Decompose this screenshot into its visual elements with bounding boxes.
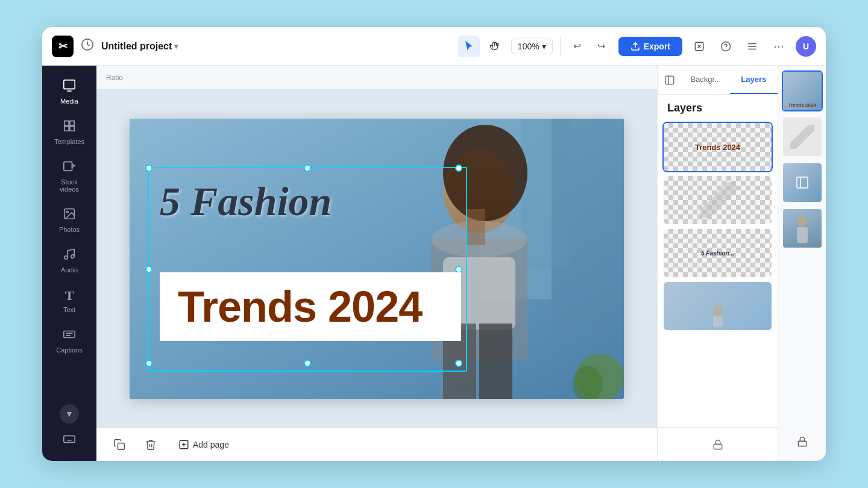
svg-rect-16 (64, 331, 75, 338)
sidebar-item-photos-label: Photos (59, 226, 80, 233)
thumb-item-1[interactable]: Trends 2024 (782, 70, 823, 111)
layers-panel: Backgr... Layers Layers Trends 2024 (657, 66, 778, 461)
layer-item-stripe[interactable] (662, 175, 773, 225)
svg-point-13 (66, 211, 68, 213)
svg-rect-9 (64, 127, 69, 131)
add-page-label: Add page (193, 440, 229, 449)
canvas-frame[interactable]: 5 Fashion Trends 2024 (130, 119, 624, 399)
export-button[interactable]: Export (618, 37, 682, 56)
svg-rect-19 (64, 436, 75, 442)
svg-point-14 (64, 256, 68, 260)
zoom-selector[interactable]: 100% ▾ (511, 39, 553, 54)
svg-rect-33 (467, 209, 485, 245)
layer-thumb-photo (664, 282, 772, 330)
templates-icon (63, 119, 76, 136)
canvas-container[interactable]: 5 Fashion Trends 2024 (96, 90, 657, 427)
layer-item-fashion-text[interactable]: 5 Fashion... (662, 228, 773, 278)
hand-tool[interactable] (485, 36, 506, 57)
sidebar-bottom: ▼ (46, 404, 92, 454)
delete-page-button[interactable] (140, 434, 162, 455)
captions-icon (63, 328, 76, 344)
thumb-inner-4 (783, 209, 822, 248)
svg-point-2 (722, 42, 731, 51)
layer-thumb-fashion: 5 Fashion... (664, 229, 772, 277)
sidebar-item-media[interactable]: Media (46, 73, 92, 111)
stock-videos-icon (63, 160, 76, 176)
layers-title: Layers (658, 95, 778, 119)
topbar: ✂ Untitled project ▾ (42, 27, 826, 66)
trends-text: Trends 2024 (178, 283, 422, 331)
thumb-label-1: Trends 2024 (785, 102, 819, 108)
sidebar-item-stock-videos-label: Stock videos (51, 178, 87, 193)
layer-thumb-trends: Trends 2024 (664, 123, 772, 171)
project-chevron: ▾ (174, 42, 178, 51)
svg-point-53 (797, 216, 807, 227)
save-icon[interactable] (81, 38, 94, 54)
sidebar-item-captions[interactable]: Captions (46, 322, 92, 360)
svg-rect-11 (64, 162, 72, 171)
canvas-top-bar: Ratio (96, 66, 657, 90)
thumb-inner-3 (783, 163, 822, 202)
svg-point-32 (443, 125, 527, 221)
panel-tab-background[interactable]: Backgr... (682, 66, 730, 94)
layer-thumb-stripe (664, 176, 772, 224)
svg-rect-7 (64, 121, 69, 125)
ai-features-button[interactable] (690, 37, 709, 56)
layer-thumb-checker-3: 5 Fashion... (664, 229, 772, 277)
panel-tab-layers[interactable]: Layers (730, 66, 778, 94)
svg-rect-8 (70, 121, 74, 125)
avatar[interactable]: U (796, 36, 816, 57)
panel-tab-icon[interactable] (658, 66, 682, 94)
sidebar-item-stock-videos[interactable]: Stock videos (46, 154, 92, 199)
thumb-inner-1: Trends 2024 (783, 72, 822, 110)
thumb-strip-action-button[interactable] (793, 432, 812, 451)
cursor-tool[interactable] (458, 36, 480, 57)
more-button[interactable]: ⋯ (769, 37, 788, 56)
layer-item-photo[interactable] (662, 281, 773, 331)
svg-rect-6 (64, 80, 75, 89)
duplicate-page-button[interactable] (108, 434, 130, 455)
undo-button[interactable]: ↩ (568, 37, 587, 56)
layers-button[interactable] (743, 37, 762, 56)
lock-layer-button[interactable] (708, 435, 728, 454)
sidebar-item-templates[interactable]: Templates (46, 113, 92, 151)
thumb-item-3[interactable] (782, 162, 823, 203)
audio-icon (63, 248, 76, 264)
sidebar-item-text-label: Text (63, 306, 75, 313)
sidebar-item-captions-label: Captions (56, 346, 82, 354)
layers-panel-bottom (658, 427, 778, 461)
collapse-sidebar-button[interactable]: ▼ (60, 404, 79, 424)
fashion-headline[interactable]: 5 Fashion (160, 179, 332, 224)
thumb-strip: Trends 2024 (778, 66, 826, 461)
layer-thumb-photo-inner (664, 282, 772, 330)
help-button[interactable] (716, 37, 735, 56)
sidebar-item-photos[interactable]: Photos (46, 201, 92, 239)
svg-rect-39 (118, 443, 125, 449)
svg-point-15 (71, 255, 75, 258)
sidebar-item-text[interactable]: T Text (46, 282, 92, 319)
media-icon (63, 79, 76, 95)
photos-icon (63, 207, 76, 224)
app-logo[interactable]: ✂ (52, 36, 74, 57)
project-name[interactable]: Untitled project ▾ (101, 41, 178, 52)
thumb-item-4[interactable] (782, 208, 823, 249)
add-page-button[interactable]: Add page (171, 436, 236, 454)
sidebar-item-audio[interactable]: Audio (46, 242, 92, 280)
layer-item-trends-text[interactable]: Trends 2024 (662, 122, 773, 172)
canvas-area: ‹ Ratio (96, 66, 657, 461)
svg-rect-36 (479, 324, 512, 399)
svg-rect-54 (797, 227, 808, 243)
divider (560, 37, 561, 56)
trends-box[interactable]: Trends 2024 (160, 272, 461, 341)
layers-list: Trends 2024 (658, 119, 778, 427)
right-panels: Backgr... Layers Layers Trends 2024 (657, 66, 826, 461)
thumb-item-2[interactable] (782, 116, 823, 157)
sidebar-item-audio-label: Audio (61, 266, 78, 274)
topbar-tools: 100% ▾ ↩ ↪ (458, 36, 611, 57)
layer-thumb-fashion-text: 5 Fashion... (701, 250, 734, 257)
left-sidebar: Media Templates Stock (42, 66, 96, 461)
sidebar-item-keyboard[interactable] (46, 426, 92, 454)
canvas-background (130, 119, 624, 399)
redo-button[interactable]: ↪ (592, 37, 611, 56)
svg-rect-10 (70, 127, 74, 131)
